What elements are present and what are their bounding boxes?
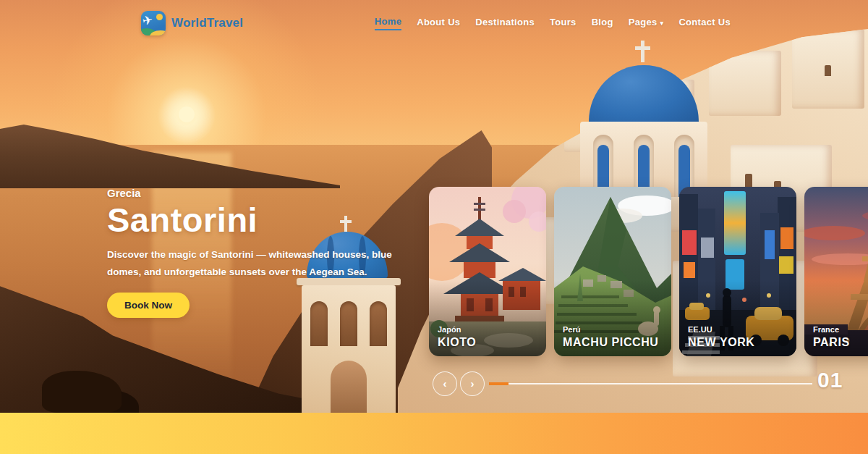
card-city: KIOTO	[438, 336, 476, 349]
carousel-prev-button[interactable]: ‹	[433, 371, 457, 396]
card-city: MACHU PICCHU	[563, 336, 659, 349]
card-label: EE.UU NEW YORK	[688, 325, 755, 349]
card-new-york[interactable]: EE.UU NEW YORK	[679, 187, 796, 356]
nav-item-home[interactable]: Home	[375, 16, 401, 30]
nav-item-tours[interactable]: Tours	[550, 17, 576, 30]
nav-item-destinations[interactable]: Destinations	[475, 17, 535, 30]
card-city: NEW YORK	[688, 336, 755, 349]
nav-item-blog[interactable]: Blog	[592, 17, 613, 30]
lower-arch	[331, 361, 367, 413]
hero-title: Santorini	[107, 202, 418, 237]
travel-landing-page: ✈ WorldTravel Home About Us Destinations…	[0, 0, 868, 454]
card-label: Japón KIOTO	[438, 325, 476, 349]
church-cross	[641, 41, 644, 62]
setting-sun	[179, 106, 195, 122]
chevron-right-icon: ›	[471, 377, 475, 390]
hero-content: Grecia Santorini Discover the magic of S…	[107, 187, 418, 318]
nav-item-pages[interactable]: Pages ▾	[629, 17, 664, 30]
card-label: France PARIS	[813, 325, 850, 349]
nav-item-pages-label: Pages	[629, 17, 658, 28]
nav-item-about-us[interactable]: About Us	[417, 17, 460, 30]
blue-dome	[589, 65, 699, 125]
card-city: PARIS	[813, 336, 850, 349]
brand-name: WorldTravel	[171, 16, 243, 30]
card-machu-picchu[interactable]: Perú MACHU PICCHU	[554, 187, 671, 356]
card-label: Perú MACHU PICCHU	[563, 325, 659, 349]
airplane-travel-app-icon: ✈	[141, 11, 166, 35]
carousel-progress-fill	[489, 382, 509, 385]
caret-down-icon: ▾	[660, 20, 664, 27]
card-country: EE.UU	[688, 325, 755, 334]
sun-dot-shape	[156, 14, 163, 20]
church-cross-bar	[635, 46, 650, 50]
brand-logo[interactable]: ✈ WorldTravel	[141, 11, 243, 35]
site-header: ✈ WorldTravel Home About Us Destinations…	[0, 0, 868, 42]
carousel-next-button[interactable]: ›	[460, 371, 485, 396]
main-nav: Home About Us Destinations Tours Blog Pa…	[375, 16, 731, 30]
church-body	[580, 122, 707, 197]
card-paris[interactable]: France PARIS	[804, 187, 868, 356]
card-country: France	[813, 325, 850, 334]
hero-description: Discover the magic of Santorini — whitew…	[107, 246, 404, 280]
carousel-progress-track[interactable]	[489, 383, 812, 384]
card-country: Japón	[438, 325, 476, 334]
card-kioto[interactable]: Japón KIOTO	[429, 187, 546, 356]
bottom-gradient-band	[0, 413, 868, 454]
blue-dome-church	[571, 41, 716, 197]
destination-cards: Japón KIOTO	[429, 187, 868, 356]
chevron-left-icon: ‹	[443, 377, 447, 390]
airplane-icon: ✈	[141, 12, 154, 30]
hero-country-label: Grecia	[107, 187, 418, 199]
book-now-button[interactable]: Book Now	[107, 293, 190, 318]
window	[825, 65, 831, 76]
window	[745, 174, 752, 187]
card-country: Perú	[563, 325, 659, 334]
carousel-slide-number: 01	[817, 368, 843, 392]
nav-item-contact-us[interactable]: Contact Us	[678, 17, 731, 30]
